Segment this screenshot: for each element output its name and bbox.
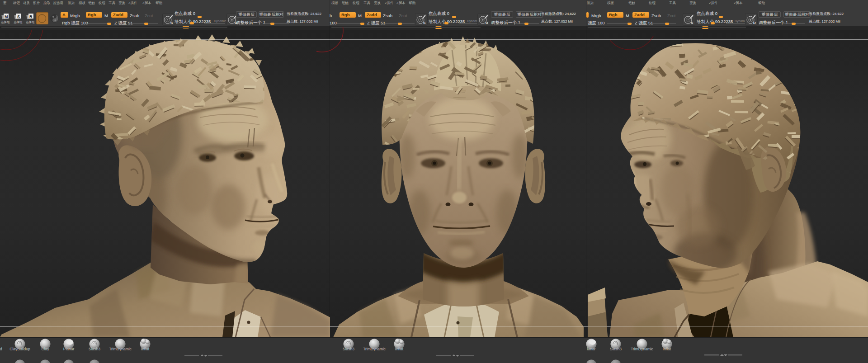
svg-text:选择组: 选择组: [1, 20, 10, 24]
svg-text:选择组: 选择组: [26, 20, 35, 24]
svg-text:S: S: [423, 21, 426, 25]
svg-text:R: R: [29, 14, 33, 19]
svg-text:M: M: [5, 14, 8, 19]
svg-text:选择组: 选择组: [14, 20, 23, 24]
svg-text:S: S: [17, 14, 20, 19]
svg-text:S: S: [170, 21, 173, 25]
svg-text:D: D: [753, 21, 756, 25]
svg-text:D: D: [486, 21, 488, 25]
svg-text:S: S: [691, 21, 693, 25]
